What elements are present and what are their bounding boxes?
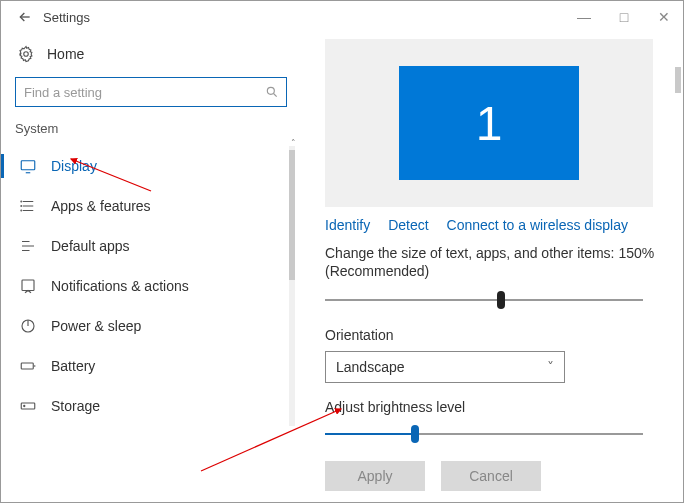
search-wrap <box>15 77 287 107</box>
orientation-select[interactable]: Landscape ˅ <box>325 351 565 383</box>
sidebar-item-label: Default apps <box>51 238 130 254</box>
section-title: System <box>15 121 287 136</box>
minimize-button[interactable]: — <box>575 9 593 25</box>
slider-fill <box>325 433 411 435</box>
apply-cancel-row: Apply Cancel <box>325 461 667 491</box>
apply-button[interactable]: Apply <box>325 461 425 491</box>
svg-rect-2 <box>21 161 35 170</box>
connect-wireless-link[interactable]: Connect to a wireless display <box>447 217 628 233</box>
battery-icon <box>19 357 37 375</box>
sidebar-item-label: Storage <box>51 398 100 414</box>
sidebar-item-notifications[interactable]: Notifications & actions <box>11 266 291 306</box>
sidebar-item-label: Display <box>51 158 97 174</box>
slider-track <box>325 299 643 301</box>
scale-label: Change the size of text, apps, and other… <box>325 245 667 261</box>
cancel-button[interactable]: Cancel <box>441 461 541 491</box>
search-icon <box>265 85 279 99</box>
monitor-1[interactable]: 1 <box>399 66 579 180</box>
main-scrollbar[interactable] <box>675 39 681 503</box>
orientation-label: Orientation <box>325 327 667 343</box>
monitor-preview-area: 1 <box>325 39 653 207</box>
power-icon <box>19 317 37 335</box>
sidebar-item-battery[interactable]: Battery <box>11 346 291 386</box>
brightness-slider-thumb[interactable] <box>411 425 419 443</box>
storage-icon <box>19 397 37 415</box>
svg-point-5 <box>21 210 22 211</box>
sidebar-item-label: Apps & features <box>51 198 151 214</box>
titlebar: Settings — □ ✕ <box>1 1 683 33</box>
sidebar: Home System ˄ Display <box>1 33 301 502</box>
back-arrow-icon <box>17 9 33 25</box>
sidebar-item-default-apps[interactable]: Default apps <box>11 226 291 266</box>
scale-sublabel: (Recommended) <box>325 263 667 279</box>
chevron-down-icon: ˅ <box>547 359 554 375</box>
window-title: Settings <box>43 10 90 25</box>
sidebar-item-label: Power & sleep <box>51 318 141 334</box>
notifications-icon <box>19 277 37 295</box>
sidebar-item-display[interactable]: Display <box>11 146 291 186</box>
sidebar-item-label: Notifications & actions <box>51 278 189 294</box>
svg-rect-8 <box>21 363 33 369</box>
list-icon <box>19 197 37 215</box>
window-controls: — □ ✕ <box>575 9 673 25</box>
scale-slider[interactable] <box>325 289 643 311</box>
maximize-button[interactable]: □ <box>615 9 633 25</box>
main-content: 1 Identify Detect Connect to a wireless … <box>301 33 683 502</box>
close-button[interactable]: ✕ <box>655 9 673 25</box>
search-input[interactable] <box>15 77 287 107</box>
main-scrollbar-thumb[interactable] <box>675 67 681 93</box>
back-button[interactable] <box>11 9 39 25</box>
svg-rect-6 <box>22 280 34 291</box>
brightness-label: Adjust brightness level <box>325 399 667 415</box>
svg-point-1 <box>267 87 274 94</box>
svg-point-0 <box>24 52 29 57</box>
brightness-slider[interactable] <box>325 423 643 445</box>
sidebar-nav: ˄ Display Apps & features <box>11 146 291 426</box>
monitor-icon <box>19 157 37 175</box>
orientation-value: Landscape <box>336 359 405 375</box>
window-body: Home System ˄ Display <box>1 33 683 502</box>
svg-point-4 <box>21 206 22 207</box>
detect-link[interactable]: Detect <box>388 217 428 233</box>
monitor-number: 1 <box>476 96 503 151</box>
sidebar-item-apps-features[interactable]: Apps & features <box>11 186 291 226</box>
display-action-links: Identify Detect Connect to a wireless di… <box>325 217 667 233</box>
home-button[interactable]: Home <box>11 39 291 77</box>
scale-slider-thumb[interactable] <box>497 291 505 309</box>
home-label: Home <box>47 46 84 62</box>
gear-icon <box>17 45 35 63</box>
svg-point-10 <box>24 405 25 406</box>
sidebar-item-label: Battery <box>51 358 95 374</box>
svg-point-3 <box>21 201 22 202</box>
default-apps-icon <box>19 237 37 255</box>
settings-window: Settings — □ ✕ Home System <box>0 0 684 503</box>
sidebar-item-storage[interactable]: Storage <box>11 386 291 426</box>
sidebar-item-power-sleep[interactable]: Power & sleep <box>11 306 291 346</box>
identify-link[interactable]: Identify <box>325 217 370 233</box>
